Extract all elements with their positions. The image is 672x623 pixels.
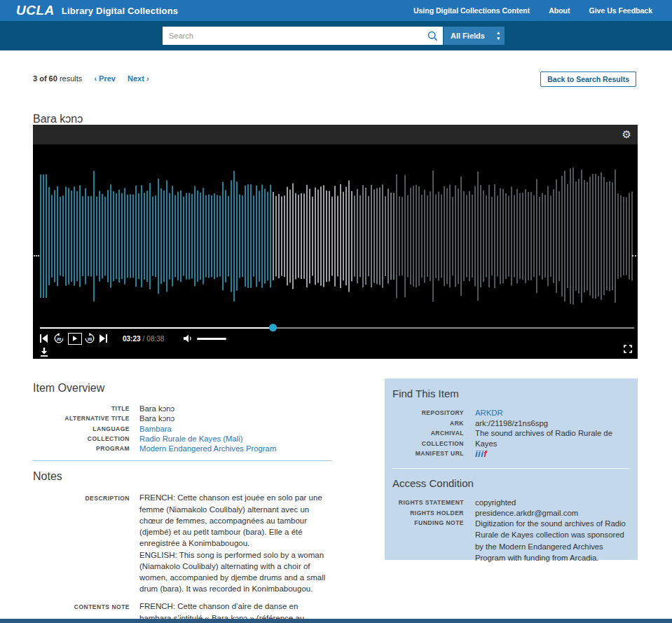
audio-player: ⚙ 20 2 bbox=[33, 125, 638, 359]
field-value-ark: ark:/21198/z1ns6spg bbox=[475, 418, 629, 429]
iiif-logo-red: f bbox=[484, 449, 487, 459]
skip-next-icon bbox=[100, 334, 107, 343]
nav-give-us-feedback[interactable]: Give Us Feedback bbox=[589, 6, 652, 15]
search-band: All Fields ▴▾ bbox=[0, 21, 672, 50]
ucla-logo[interactable]: UCLA bbox=[16, 3, 55, 18]
forward-20-button[interactable]: 20 bbox=[84, 333, 95, 344]
field-label-funding-note: FUNDING NOTE bbox=[392, 518, 464, 563]
results-summary: 3 of 60 results ‹ Prev Next › bbox=[33, 74, 149, 83]
play-button[interactable] bbox=[68, 333, 82, 345]
field-label-alternative-title: ALTERNATIVE TITLE bbox=[33, 413, 130, 423]
play-icon bbox=[73, 335, 77, 342]
collection-link[interactable]: Radio Rurale de Kayes (Mali) bbox=[139, 434, 331, 444]
time-separator: / bbox=[143, 335, 145, 343]
search-icon bbox=[427, 31, 438, 41]
find-this-item-grid: REPOSITORY ARKDR ARK ark:/21198/z1ns6spg… bbox=[392, 408, 629, 460]
skip-previous-icon bbox=[40, 334, 48, 343]
site-name[interactable]: Library Digital Collections bbox=[62, 6, 179, 16]
waveform-bars bbox=[40, 167, 633, 304]
download-icon bbox=[40, 348, 48, 357]
footer-top-edge bbox=[0, 619, 672, 623]
iiif-logo-link[interactable]: iiif bbox=[475, 449, 487, 459]
program-link[interactable]: Modern Endangered Archives Program bbox=[139, 444, 331, 453]
find-this-item-heading: Find This Item bbox=[392, 388, 629, 399]
replay-20-icon: 20 bbox=[53, 333, 64, 344]
nav-using-digital-collections-content[interactable]: Using Digital Collections Content bbox=[413, 6, 530, 15]
skip-next-button[interactable] bbox=[100, 334, 107, 343]
field-label-language: LANGUAGE bbox=[33, 424, 130, 434]
duration: 08:38 bbox=[146, 335, 164, 343]
download-button[interactable] bbox=[40, 348, 48, 357]
player-controls: 20 20 03:23 / 08:38 bbox=[40, 332, 226, 345]
volume-icon[interactable] bbox=[184, 334, 192, 343]
search-input[interactable] bbox=[163, 27, 422, 45]
top-header: UCLA Library Digital Collections Using D… bbox=[0, 0, 672, 21]
replay-20-button[interactable]: 20 bbox=[53, 333, 64, 344]
field-value-title: Bara kɔnɔ bbox=[139, 404, 331, 413]
gear-icon[interactable]: ⚙ bbox=[622, 128, 631, 141]
field-value-funding-note: Digitization for the sound archives of R… bbox=[475, 518, 629, 563]
fullscreen-button[interactable] bbox=[624, 345, 632, 353]
field-label-program: PROGRAM bbox=[33, 444, 130, 453]
field-label-collection: COLLECTION bbox=[33, 434, 130, 444]
field-label-description: DESCRIPTION bbox=[33, 492, 130, 594]
search-button[interactable] bbox=[422, 27, 443, 45]
volume-slider[interactable] bbox=[197, 338, 226, 340]
section-divider bbox=[33, 460, 331, 461]
field-label-rights-holder: RIGHTS HOLDER bbox=[392, 508, 464, 519]
field-value-description: FRENCH: Cette chanson est jouée en solo … bbox=[139, 492, 331, 594]
waveform-center-line-right bbox=[632, 255, 636, 256]
search-field-select-value: All Fields bbox=[451, 32, 485, 40]
results-count: 3 of 60 bbox=[33, 74, 57, 83]
waveform-center-line-left bbox=[34, 255, 39, 256]
select-arrows-icon: ▴▾ bbox=[497, 30, 500, 41]
search-field-select[interactable]: All Fields ▴▾ bbox=[444, 27, 505, 45]
field-value-rights-holder: presidence.arkdr@gmail.com bbox=[475, 508, 629, 519]
access-condition-grid: RIGHTS STATEMENT copyrighted RIGHTS HOLD… bbox=[392, 498, 629, 563]
field-label-ark: ARK bbox=[392, 418, 464, 429]
progress-played bbox=[40, 327, 273, 329]
field-label-archival-collection: ARCHIVAL COLLECTION bbox=[392, 428, 464, 449]
seek-bar[interactable] bbox=[40, 327, 634, 329]
access-condition-heading: Access Condition bbox=[392, 477, 629, 489]
waveform[interactable] bbox=[33, 144, 638, 328]
field-label-manifest-url: MANIFEST URL bbox=[392, 449, 464, 460]
field-value-alternative-title: Bara kɔnɔ bbox=[139, 413, 331, 423]
current-time: 03:23 bbox=[123, 335, 141, 343]
notes-heading: Notes bbox=[33, 470, 331, 483]
top-nav: Using Digital Collections Content About … bbox=[413, 6, 652, 15]
nav-about[interactable]: About bbox=[549, 6, 570, 15]
panel-divider-bottom bbox=[392, 572, 629, 573]
results-count-suffix: results bbox=[60, 74, 82, 83]
field-label-repository: REPOSITORY bbox=[392, 408, 464, 418]
fullscreen-icon bbox=[624, 345, 632, 353]
svg-text:20: 20 bbox=[88, 337, 92, 341]
item-overview-grid: TITLE Bara kɔnɔ ALTERNATIVE TITLE Bara k… bbox=[33, 404, 331, 453]
field-value-rights-statement: copyrighted bbox=[475, 498, 629, 508]
next-link[interactable]: Next › bbox=[128, 74, 149, 83]
field-label-title: TITLE bbox=[33, 404, 130, 413]
item-details: Item Overview TITLE Bara kɔnɔ ALTERNATIV… bbox=[33, 382, 331, 623]
search-box bbox=[163, 27, 443, 45]
panel-divider bbox=[392, 468, 629, 469]
forward-20-icon: 20 bbox=[84, 333, 95, 344]
field-label-rights-statement: RIGHTS STATEMENT bbox=[392, 498, 464, 508]
time-display: 03:23 / 08:38 bbox=[123, 335, 164, 343]
item-overview-heading: Item Overview bbox=[33, 382, 331, 395]
back-to-search-results-button[interactable]: Back to Search Results bbox=[540, 71, 636, 87]
skip-previous-button[interactable] bbox=[40, 334, 48, 343]
svg-text:20: 20 bbox=[57, 337, 62, 341]
repository-link[interactable]: ARKDR bbox=[475, 408, 629, 418]
player-top-bar: ⚙ bbox=[33, 125, 638, 144]
find-this-item-panel: Find This Item REPOSITORY ARKDR ARK ark:… bbox=[385, 378, 638, 560]
language-link[interactable]: Bambara bbox=[139, 424, 331, 434]
field-value-archival-collection: The sound archives of Radio Rurale de Ka… bbox=[475, 428, 629, 449]
notes-grid: DESCRIPTION FRENCH: Cette chanson est jo… bbox=[33, 492, 331, 623]
page-title: Bara kɔnɔ bbox=[33, 113, 83, 125]
progress-handle[interactable] bbox=[269, 324, 277, 331]
iiif-logo-blue: iii bbox=[475, 449, 484, 459]
prev-link[interactable]: ‹ Prev bbox=[94, 74, 116, 83]
